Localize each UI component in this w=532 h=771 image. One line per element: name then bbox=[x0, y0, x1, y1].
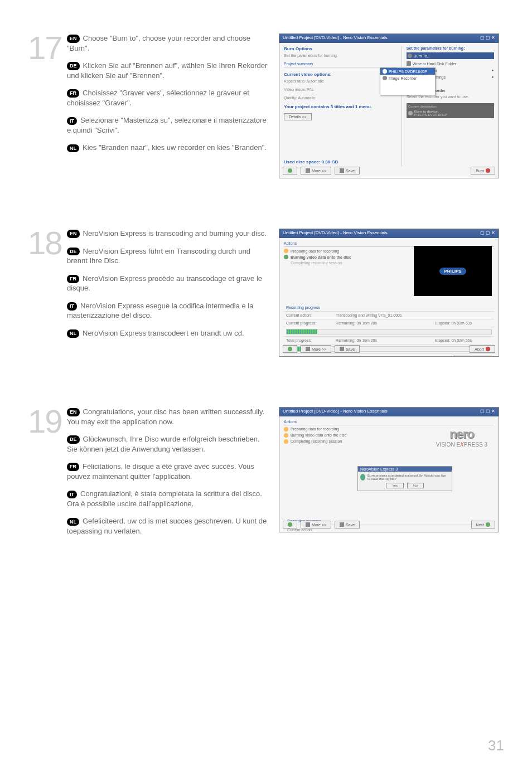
disc-icon bbox=[408, 54, 412, 58]
progress-bar-current bbox=[286, 329, 492, 334]
nero-logo-text: nero bbox=[436, 427, 487, 442]
philips-logo: PHILIPS bbox=[439, 268, 466, 275]
burn-options-subtext: Set the parameters for burning. bbox=[284, 54, 397, 57]
instruction-text: Félicitations, le disque a été gravé ave… bbox=[67, 462, 254, 481]
dialog-message: Burn process completed successfully. Wou… bbox=[367, 474, 449, 481]
recorder-dropdown[interactable]: PHILIPS DVDR1640P Image Recorder bbox=[380, 67, 436, 95]
lang-pill-nl: NL bbox=[67, 518, 79, 526]
window-controls[interactable]: ▢ ▢ ✕ bbox=[480, 409, 495, 415]
current-action-label: Current action: bbox=[284, 312, 333, 319]
elapsed-total-value: Elapsed: 0h 02m 56s bbox=[433, 337, 494, 345]
more-button[interactable]: More >> bbox=[301, 345, 331, 353]
help-icon bbox=[288, 347, 292, 351]
help-button[interactable] bbox=[283, 167, 297, 174]
instruction-text: Gefeliciteerd, uw cd is met succes gesch… bbox=[67, 517, 267, 535]
instruction-text: NeroVision Express transcodeert en brand… bbox=[83, 329, 244, 337]
remaining-total-value: Remaining: 0h 19m 20s bbox=[333, 337, 433, 345]
help-button[interactable] bbox=[283, 521, 297, 528]
instruction-column: ENChoose "Burn to", choose your recorder… bbox=[67, 33, 279, 178]
abort-button[interactable]: Abort bbox=[470, 345, 495, 353]
step-18: 18 ENNeroVision Express is transcoding a… bbox=[28, 229, 504, 357]
more-icon bbox=[306, 347, 310, 351]
lang-pill-de: DE bbox=[67, 248, 80, 256]
lang-pill-nl: NL bbox=[67, 144, 79, 153]
details-button[interactable]: Details >> bbox=[284, 113, 312, 120]
disc-icon bbox=[383, 76, 387, 80]
lang-pill-fr: FR bbox=[67, 275, 79, 283]
dialog-title: NeroVision Express 3 bbox=[358, 467, 452, 472]
destination-box: Current destination: Burn to device:PHIL… bbox=[407, 103, 494, 118]
step-19: 19 ENCongratulations, your disc has been… bbox=[28, 407, 504, 544]
minimize-tray-button[interactable]: Minimize to Tray bbox=[453, 356, 492, 357]
save-button[interactable]: Save bbox=[335, 167, 360, 174]
instruction-text: Congratulations, your disc has been writ… bbox=[67, 408, 264, 426]
no-button[interactable]: No bbox=[407, 483, 424, 488]
step-number: 18 bbox=[28, 229, 67, 357]
elapsed-value: Elapsed: 0h 02m 03s bbox=[433, 319, 494, 327]
screenshot-18: Untitled Project [DVD-Video] - Nero Visi… bbox=[279, 229, 499, 357]
instruction-text: NeroVision Express is transcoding and bu… bbox=[83, 229, 267, 237]
help-button[interactable] bbox=[283, 345, 297, 353]
save-icon bbox=[340, 347, 344, 351]
instruction-text: Glückwunsch, Ihre Disc wurde erfolgreich… bbox=[67, 435, 260, 453]
bullet-icon bbox=[284, 427, 288, 431]
total-progress-label: Total progress: bbox=[284, 337, 333, 345]
instruction-text: Congratulazioni, è stata completata la s… bbox=[67, 489, 262, 508]
window-controls[interactable]: ▢ ▢ ✕ bbox=[480, 230, 495, 237]
window-title: Untitled Project [DVD-Video] - Nero Visi… bbox=[283, 230, 388, 237]
more-button[interactable]: More >> bbox=[301, 521, 331, 528]
lang-pill-it: IT bbox=[67, 117, 77, 125]
save-button[interactable]: Save bbox=[335, 345, 360, 353]
dropdown-item-image[interactable]: Image Recorder bbox=[380, 75, 435, 81]
instruction-it: ITCongratulazioni, è stata completata la… bbox=[67, 489, 268, 508]
bullet-icon bbox=[284, 249, 288, 253]
window-title: Untitled Project [DVD-Video] - Nero Visi… bbox=[283, 35, 388, 42]
lang-pill-en: EN bbox=[67, 35, 80, 43]
folder-icon bbox=[407, 61, 411, 66]
more-button[interactable]: More >> bbox=[301, 167, 331, 174]
burn-button[interactable]: Burn bbox=[471, 167, 495, 174]
save-icon bbox=[340, 522, 344, 527]
used-space-text: Used disc space: 0.30 GB bbox=[284, 159, 397, 164]
write-folder-option[interactable]: Write to Hard Disk Folder bbox=[407, 61, 494, 66]
disc-icon bbox=[383, 69, 387, 74]
next-button[interactable]: Next bbox=[471, 521, 495, 528]
current-progress-label: Current progress: bbox=[284, 319, 333, 327]
instruction-text: NeroVision Express führt ein Transcoding… bbox=[67, 247, 250, 265]
dropdown-item-philips[interactable]: PHILIPS DVDR1640P bbox=[380, 68, 435, 75]
actions-label: Actions bbox=[284, 420, 494, 425]
burn-icon bbox=[486, 168, 490, 173]
window-titlebar: Untitled Project [DVD-Video] - Nero Visi… bbox=[279, 408, 499, 416]
step-17: 17 ENChoose "Burn to", choose your recor… bbox=[28, 33, 504, 178]
page-number: 31 bbox=[488, 737, 504, 754]
save-button[interactable]: Save bbox=[335, 521, 360, 528]
recorder-subtext: Select the recorder you want to use. bbox=[407, 95, 494, 99]
instruction-en: ENChoose "Burn to", choose your recorder… bbox=[67, 33, 268, 53]
yes-button[interactable]: Yes bbox=[386, 483, 404, 488]
instruction-fr: FRChoisissez "Graver vers", sélectionnez… bbox=[67, 88, 268, 108]
instruction-text: NeroVision Express esegue la codifica in… bbox=[67, 302, 253, 320]
instruction-en: ENCongratulations, your disc has been wr… bbox=[67, 407, 268, 426]
next-icon bbox=[486, 522, 490, 527]
window-titlebar: Untitled Project [DVD-Video] - Nero Visi… bbox=[279, 229, 499, 238]
lang-pill-de: DE bbox=[67, 62, 80, 70]
screenshot-17: Untitled Project [DVD-Video] - Nero Visi… bbox=[279, 33, 499, 178]
window-controls[interactable]: ▢ ▢ ✕ bbox=[480, 35, 495, 42]
info-icon bbox=[360, 474, 365, 481]
device-icon bbox=[408, 111, 413, 115]
more-icon bbox=[306, 522, 310, 527]
instruction-text: Choose "Burn to", choose your recorder a… bbox=[67, 34, 250, 52]
lang-pill-de: DE bbox=[67, 435, 80, 444]
window-titlebar: Untitled Project [DVD-Video] - Nero Visi… bbox=[279, 34, 499, 43]
instruction-column: ENCongratulations, your disc has been wr… bbox=[67, 407, 279, 544]
burn-to-option[interactable]: Burn To... bbox=[407, 52, 494, 59]
nero-logo: nero VISION EXPRESS 3 bbox=[436, 427, 487, 448]
instruction-fr: FRNeroVision Express procède au transcod… bbox=[67, 274, 268, 293]
instruction-column: ENNeroVision Express is transcoding and … bbox=[67, 229, 279, 357]
more-icon bbox=[306, 168, 310, 173]
screenshot-19: Untitled Project [DVD-Video] - Nero Visi… bbox=[279, 407, 499, 532]
help-icon bbox=[288, 168, 292, 173]
burn-options-heading: Burn Options bbox=[284, 46, 397, 51]
lang-pill-nl: NL bbox=[67, 329, 79, 338]
nero-subtitle: VISION EXPRESS 3 bbox=[436, 442, 487, 448]
